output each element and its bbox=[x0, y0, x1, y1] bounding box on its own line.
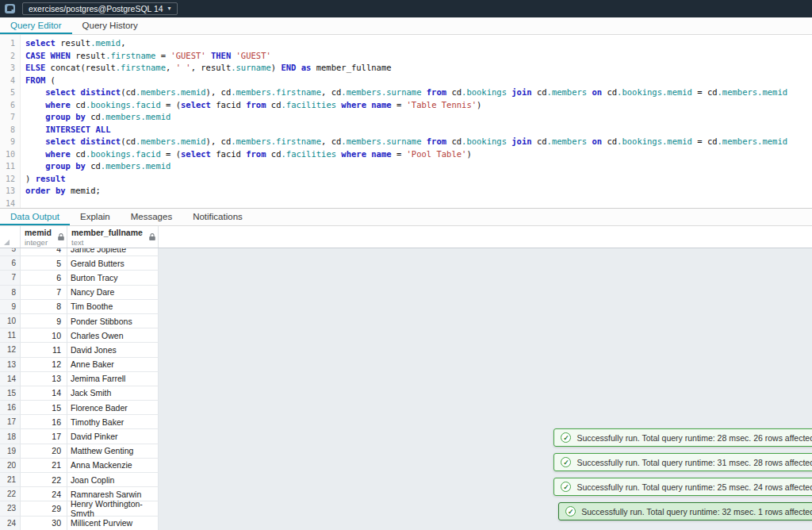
table-row: 54Janice Joplette bbox=[0, 248, 159, 256]
row-number-cell[interactable]: 7 bbox=[0, 271, 21, 285]
row-number-cell[interactable]: 17 bbox=[0, 415, 21, 429]
memid-cell[interactable]: 9 bbox=[21, 314, 67, 328]
connection-dropdown[interactable]: exercises/postgres@PostgreSQL 14 ▾ bbox=[22, 2, 178, 15]
member-fullname-cell[interactable]: Ponder Stibbons bbox=[67, 314, 159, 328]
member-fullname-cell[interactable]: Anne Baker bbox=[67, 358, 159, 372]
row-number-cell[interactable]: 22 bbox=[0, 487, 21, 501]
member-fullname-cell[interactable]: Anna Mackenzie bbox=[67, 459, 159, 473]
row-number-cell[interactable]: 12 bbox=[0, 343, 21, 357]
row-number-cell[interactable]: 5 bbox=[0, 248, 21, 256]
code-line: FROM ( bbox=[25, 75, 812, 87]
column-header-memid[interactable]: memidinteger bbox=[21, 226, 67, 248]
memid-cell[interactable]: 12 bbox=[21, 358, 67, 372]
member-fullname-cell[interactable]: Tim Boothe bbox=[67, 300, 159, 314]
member-fullname-cell[interactable]: Joan Coplin bbox=[67, 473, 159, 487]
toast-message: Successfully run. Total query runtime: 2… bbox=[576, 433, 812, 443]
memid-cell[interactable]: 6 bbox=[21, 271, 67, 285]
member-fullname-cell[interactable]: Nancy Dare bbox=[67, 286, 159, 300]
member-fullname-cell[interactable]: Jack Smith bbox=[67, 386, 159, 401]
member-fullname-cell[interactable]: Millicent Purview bbox=[67, 517, 159, 530]
memid-cell[interactable]: 8 bbox=[21, 300, 67, 314]
memid-cell[interactable]: 15 bbox=[21, 401, 67, 415]
column-name: memid bbox=[25, 228, 56, 238]
memid-cell[interactable]: 14 bbox=[21, 386, 67, 401]
lock-icon bbox=[149, 230, 155, 244]
row-number-cell[interactable]: 13 bbox=[0, 358, 21, 372]
row-number-cell[interactable]: 8 bbox=[0, 286, 21, 300]
member-fullname-cell[interactable]: Jemima Farrell bbox=[67, 372, 159, 386]
table-row: 1817David Pinker bbox=[0, 429, 159, 444]
row-number-cell[interactable]: 9 bbox=[0, 300, 21, 314]
success-check-icon: ✓ bbox=[561, 457, 571, 467]
line-number: 11 bbox=[0, 160, 20, 173]
table-row: 1413Jemima Farrell bbox=[0, 372, 159, 386]
row-number-cell[interactable]: 15 bbox=[0, 386, 21, 401]
success-toast[interactable]: ✓Successfully run. Total query runtime: … bbox=[553, 428, 812, 447]
success-toast[interactable]: ✓Successfully run. Total query runtime: … bbox=[553, 453, 812, 471]
row-number-cell[interactable]: 16 bbox=[0, 401, 21, 415]
memid-cell[interactable]: 21 bbox=[21, 459, 67, 473]
row-number-cell[interactable]: 6 bbox=[0, 256, 21, 271]
row-number-cell[interactable]: 21 bbox=[0, 473, 21, 487]
row-number-cell[interactable]: 19 bbox=[0, 444, 21, 459]
memid-cell[interactable]: 16 bbox=[21, 415, 67, 429]
line-number: 4 bbox=[0, 75, 20, 87]
table-row: 76Burton Tracy bbox=[0, 271, 159, 285]
row-number-cell[interactable]: 11 bbox=[0, 328, 21, 343]
row-number-cell[interactable]: 10 bbox=[0, 314, 21, 328]
memid-cell[interactable]: 22 bbox=[21, 473, 67, 487]
member-fullname-cell[interactable]: Charles Owen bbox=[67, 328, 159, 343]
line-number: 5 bbox=[0, 86, 20, 99]
code-line: select distinct(cd.members.memid), cd.me… bbox=[25, 86, 812, 99]
member-fullname-cell[interactable]: Gerald Butters bbox=[67, 256, 159, 271]
memid-cell[interactable]: 11 bbox=[21, 343, 67, 357]
member-fullname-cell[interactable]: Burton Tracy bbox=[67, 271, 159, 285]
memid-cell[interactable]: 10 bbox=[21, 328, 67, 343]
column-type: integer bbox=[25, 238, 56, 247]
memid-cell[interactable]: 30 bbox=[21, 517, 67, 530]
column-header-member_fullname[interactable]: member_fullnametext bbox=[67, 226, 159, 248]
row-number-cell[interactable]: 14 bbox=[0, 372, 21, 386]
titlebar: exercises/postgres@PostgreSQL 14 ▾ bbox=[0, 0, 812, 17]
member-fullname-cell[interactable]: Henry Worthington-Smyth bbox=[67, 501, 159, 516]
tab-explain[interactable]: Explain bbox=[70, 209, 121, 225]
member-fullname-cell[interactable]: Timothy Baker bbox=[67, 415, 159, 429]
memid-cell[interactable]: 4 bbox=[21, 248, 67, 256]
tab-query-history[interactable]: Query History bbox=[72, 17, 148, 34]
select-all-corner[interactable] bbox=[0, 226, 21, 248]
tab-messages[interactable]: Messages bbox=[121, 209, 182, 225]
memid-cell[interactable]: 24 bbox=[21, 487, 67, 501]
tab-data-output[interactable]: Data Output bbox=[0, 209, 70, 225]
code-line: order by memid; bbox=[25, 185, 812, 198]
chevron-down-icon: ▾ bbox=[168, 6, 171, 12]
line-number: 3 bbox=[0, 62, 20, 75]
memid-cell[interactable]: 5 bbox=[21, 256, 67, 271]
memid-cell[interactable]: 29 bbox=[21, 501, 67, 516]
member-fullname-cell[interactable]: Matthew Genting bbox=[67, 444, 159, 459]
table-row: 1716Timothy Baker bbox=[0, 415, 159, 429]
row-number-cell[interactable]: 18 bbox=[0, 429, 21, 444]
toast-stack: ✓Successfully run. Total query runtime: … bbox=[553, 428, 812, 520]
code-line: group by cd.members.memid bbox=[25, 111, 812, 124]
row-number-cell[interactable]: 20 bbox=[0, 459, 21, 473]
success-toast[interactable]: ✓Successfully run. Total query runtime: … bbox=[558, 502, 812, 520]
member-fullname-cell[interactable]: David Jones bbox=[67, 343, 159, 357]
success-toast[interactable]: ✓Successfully run. Total query runtime: … bbox=[553, 478, 812, 496]
member-fullname-cell[interactable]: David Pinker bbox=[67, 429, 159, 444]
member-fullname-cell[interactable]: Janice Joplette bbox=[67, 248, 159, 256]
memid-cell[interactable]: 13 bbox=[21, 372, 67, 386]
row-number-cell[interactable]: 24 bbox=[0, 517, 21, 530]
success-check-icon: ✓ bbox=[561, 482, 571, 492]
table-row: 2329Henry Worthington-Smyth bbox=[0, 501, 159, 516]
tab-notifications[interactable]: Notifications bbox=[182, 209, 253, 225]
memid-cell[interactable]: 7 bbox=[21, 286, 67, 300]
memid-cell[interactable]: 17 bbox=[21, 429, 67, 444]
memid-cell[interactable]: 20 bbox=[21, 444, 67, 459]
sql-editor[interactable]: 1234567891011121314 select result.memid,… bbox=[0, 35, 812, 209]
toast-message: Successfully run. Total query runtime: 3… bbox=[576, 458, 812, 467]
code-area[interactable]: select result.memid,CASE WHEN result.fir… bbox=[21, 35, 812, 208]
table-row: 1110Charles Owen bbox=[0, 328, 159, 343]
tab-query-editor[interactable]: Query Editor bbox=[0, 17, 72, 34]
member-fullname-cell[interactable]: Florence Bader bbox=[67, 401, 159, 415]
row-number-cell[interactable]: 23 bbox=[0, 501, 21, 516]
